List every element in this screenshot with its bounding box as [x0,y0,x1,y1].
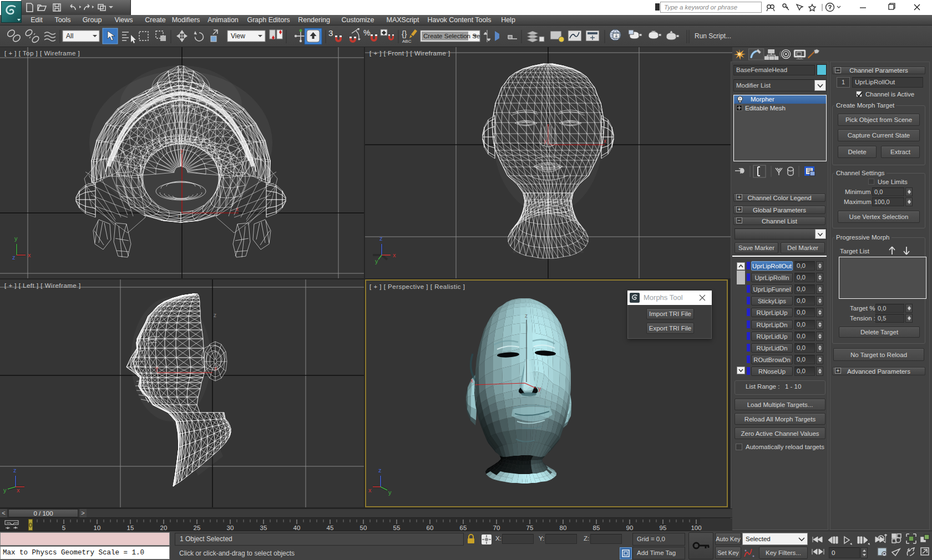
svg-text:65: 65 [460,525,467,531]
svg-text:y: y [180,147,183,154]
svg-text:z: z [525,313,528,319]
svg-text:35: 35 [260,525,267,531]
svg-text:x: x [214,365,217,371]
svg-text:{}: {} [402,29,407,38]
svg-text:55: 55 [393,525,401,531]
svg-text:y: y [538,386,541,392]
svg-text:x: x [368,487,372,493]
svg-text:70: 70 [493,525,500,531]
svg-text:100: 100 [691,525,701,531]
svg-text:15: 15 [127,525,134,531]
svg-text:25: 25 [194,525,201,531]
svg-text:x: x [604,138,606,144]
svg-text:10: 10 [94,525,101,531]
svg-text:y: y [3,487,7,493]
svg-text:x: x [17,487,20,493]
svg-text:Run Script...: Run Script... [695,32,731,40]
svg-text:z: z [13,467,17,474]
svg-text:95: 95 [660,525,667,531]
svg-text:45: 45 [327,525,334,531]
svg-text:50: 50 [360,525,367,531]
svg-text:30: 30 [227,525,234,531]
svg-text:5: 5 [62,525,65,531]
svg-text:z: z [12,254,16,261]
svg-text:y: y [155,365,158,371]
svg-text:80: 80 [560,525,567,531]
svg-text:y: y [14,235,18,242]
svg-text:z: z [176,214,179,220]
svg-text:x: x [393,252,396,258]
svg-text:20: 20 [160,525,168,531]
svg-text:All: All [66,32,73,40]
svg-text:40: 40 [293,525,301,531]
svg-text:%: % [363,28,370,37]
svg-text:85: 85 [593,525,600,531]
svg-text:x: x [28,252,31,258]
svg-text:y: y [388,489,392,496]
svg-text:Create Selection Se: Create Selection Se [423,33,480,39]
svg-text:z: z [378,467,382,474]
svg-text:z: z [214,312,216,318]
svg-text:?: ? [739,97,741,101]
svg-text:x: x [470,378,473,384]
svg-text:z: z [379,235,383,242]
svg-text:View: View [231,32,245,40]
svg-text:90: 90 [626,525,634,531]
svg-text:3: 3 [328,28,333,38]
svg-text:60: 60 [427,525,434,531]
svg-text:y: y [544,138,546,144]
svg-text:75: 75 [526,525,534,531]
svg-text:ABC: ABC [402,39,412,44]
svg-text:y: y [375,258,378,264]
